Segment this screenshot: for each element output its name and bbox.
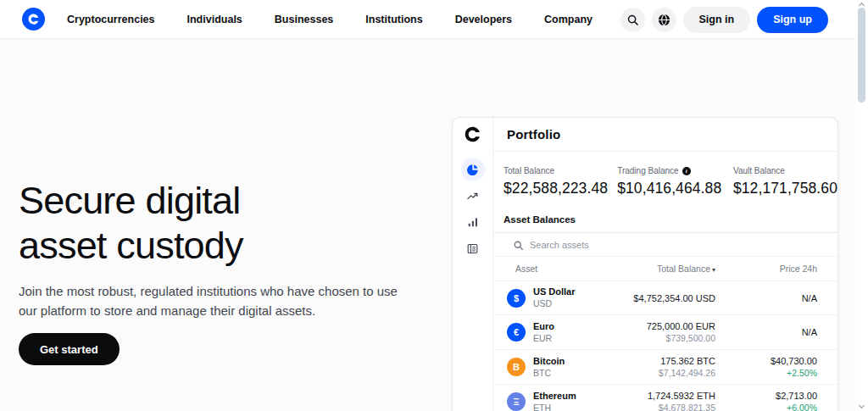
trading-balance-value: $10,416,464.88 <box>617 180 733 197</box>
portfolio-main: Portfolio Total Balance $22,588,223.48 T… <box>493 118 837 411</box>
portfolio-sidebar <box>453 118 493 411</box>
nav-item-individuals[interactable]: Individuals <box>187 14 242 25</box>
bar-chart-icon <box>467 216 479 228</box>
reports-tab-icon[interactable] <box>461 236 485 260</box>
nav-item-cryptocurrencies[interactable]: Cryptocurrencies <box>67 14 155 25</box>
search-button[interactable] <box>620 8 645 32</box>
ledger-list-icon <box>466 242 479 255</box>
portfolio-title: Portfolio <box>493 118 837 152</box>
table-header-row: Asset Total Balance▾ Price 24h <box>493 257 837 280</box>
usd-coin-icon: $ <box>507 289 526 308</box>
portfolio-widget: Portfolio Total Balance $22,588,223.48 T… <box>452 117 838 411</box>
sign-up-button[interactable]: Sign up <box>757 7 828 33</box>
markets-tab-icon[interactable] <box>461 210 485 234</box>
portfolio-tab-icon[interactable] <box>461 158 485 181</box>
asset-column-header: Asset <box>515 264 597 274</box>
sidebar-menu <box>461 158 485 260</box>
coinbase-mark-icon <box>464 125 481 143</box>
balance-column-header[interactable]: Total Balance▾ <box>597 264 715 274</box>
performance-tab-icon[interactable] <box>461 184 485 208</box>
bitcoin-icon: B <box>507 358 526 376</box>
total-balance-value: $22,588,223.48 <box>504 180 617 197</box>
ethereum-icon: Ξ <box>507 392 526 411</box>
search-assets-input[interactable] <box>530 240 817 250</box>
scroll-down-icon[interactable] <box>858 403 864 408</box>
info-icon[interactable]: i <box>682 167 691 175</box>
pie-chart-icon <box>466 163 480 176</box>
nav-item-institutions[interactable]: Institutions <box>365 14 422 25</box>
coinbase-logo-icon[interactable] <box>22 8 45 31</box>
nav-item-developers[interactable]: Developers <box>455 14 512 25</box>
page-scrollbar[interactable] <box>855 0 868 411</box>
asset-table: Asset Total Balance▾ Price 24h $ US Doll… <box>493 232 837 411</box>
globe-icon <box>658 14 670 26</box>
page-title: Secure digitalasset custody <box>19 178 417 268</box>
nav-item-businesses[interactable]: Businesses <box>275 14 333 25</box>
table-row-eur[interactable]: € Euro EUR 725,000.00 EUR $739,500.00 N/… <box>493 314 837 349</box>
get-started-button[interactable]: Get started <box>19 333 120 365</box>
table-row-usd[interactable]: $ US Dollar USD $4,752,354.00 USD N/A <box>493 280 837 314</box>
asset-search <box>493 233 837 257</box>
trading-balance-label: Trading Balance i <box>617 166 733 175</box>
total-balance-label: Total Balance <box>504 166 617 175</box>
trend-line-icon <box>466 190 479 203</box>
hero-description: Join the most robust, regulated institut… <box>19 281 402 320</box>
vault-balance-label: Vault Balance <box>733 166 837 175</box>
sign-in-button[interactable]: Sign in <box>683 7 751 33</box>
search-icon <box>514 241 523 250</box>
vault-balance-value: $12,171,758.60 <box>733 180 837 197</box>
balance-summary: Total Balance $22,588,223.48 Trading Bal… <box>493 152 837 208</box>
euro-coin-icon: € <box>507 323 526 342</box>
language-button[interactable] <box>652 8 676 32</box>
scrollbar-thumb[interactable] <box>858 8 865 103</box>
table-row-btc[interactable]: B Bitcoin BTC 175.362 BTC $7,142,494.26 … <box>493 349 837 384</box>
search-icon <box>627 14 638 25</box>
table-row-eth[interactable]: Ξ Ethereum ETH 1,724.5932 ETH $4,678,821… <box>493 384 837 411</box>
hero-section: Secure digitalasset custody Join the mos… <box>19 178 417 365</box>
main-nav: Cryptocurrencies Individuals Businesses … <box>67 14 593 25</box>
nav-item-company[interactable]: Company <box>544 14 593 25</box>
header-actions: Sign in Sign up <box>620 0 829 39</box>
top-navigation-bar: Cryptocurrencies Individuals Businesses … <box>0 0 855 39</box>
asset-balances-heading: Asset Balances <box>493 208 837 232</box>
price-column-header: Price 24h <box>715 264 817 274</box>
